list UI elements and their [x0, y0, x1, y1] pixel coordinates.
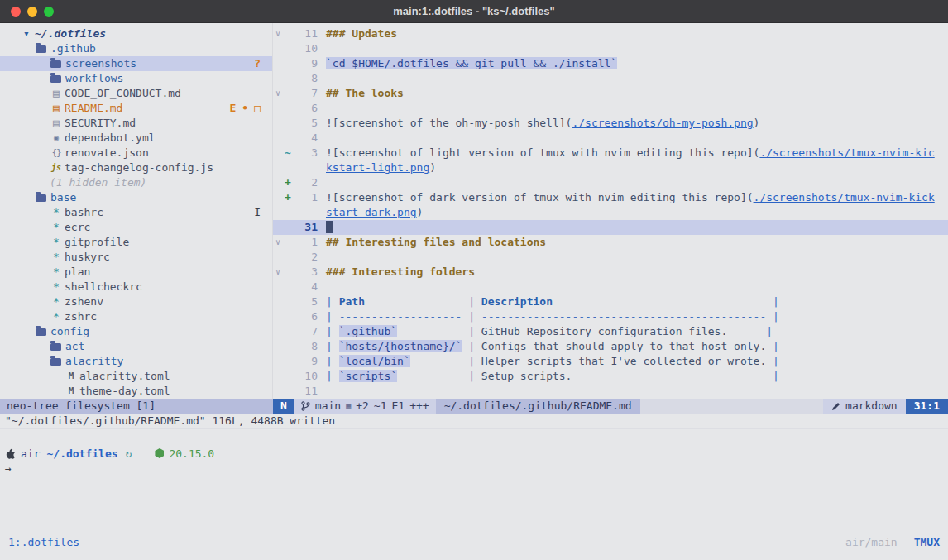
tree-item-dotfiles[interactable]: ▾~/.dotfiles [0, 26, 272, 41]
tree-item-workflows[interactable]: workflows [0, 71, 272, 86]
tree-item-zshrc[interactable]: *zshrc [0, 309, 272, 324]
tree-item-base[interactable]: base [0, 190, 272, 205]
text-segment: ) [417, 206, 424, 218]
tree-item-ecrc[interactable]: *ecrc [0, 220, 272, 235]
folder-icon [50, 60, 61, 68]
line-number: 9 [293, 56, 318, 71]
line-text: `cd $HOME/.dotfiles && git pull && ./ins… [318, 56, 948, 71]
tree-item-config[interactable]: config [0, 324, 272, 339]
line-text: | ------------------- | ----------------… [318, 309, 948, 324]
tree-item-tag-changelog-config-js[interactable]: jstag-changelog-config.js [0, 160, 272, 175]
editor-line[interactable]: start-dark.png) [273, 205, 948, 220]
text-segment: `local/bin` [339, 355, 410, 367]
tree-item-code-of-conduct-md[interactable]: ▤CODE_OF_CONDUCT.md [0, 86, 272, 101]
editor-line[interactable]: 31 [273, 220, 948, 235]
editor-line[interactable]: 11 [273, 384, 948, 399]
zoom-button[interactable] [44, 7, 54, 17]
line-number: 4 [293, 131, 318, 146]
editor-line[interactable]: 7| `.github` | GitHub Repository configu… [273, 324, 948, 339]
editor-line[interactable]: ∨7## The looks [273, 86, 948, 101]
tree-item-1-hidden-item[interactable]: (1 hidden item) [0, 175, 272, 190]
text-segment: `.github` [339, 325, 397, 337]
editor-line[interactable]: 9| `local/bin` | Helper scripts that I'v… [273, 354, 948, 369]
text-segment: | [326, 295, 339, 308]
tmux-window-item[interactable]: 1:.dotfiles [8, 536, 79, 548]
line-text: | `scripts` | Setup scripts. | [318, 369, 948, 384]
editor-line[interactable]: 8 [273, 71, 948, 86]
tree-item-github[interactable]: .github [0, 41, 272, 56]
shell-input[interactable]: → [5, 461, 948, 476]
text-segment: | ------------------- | ----------------… [326, 310, 779, 323]
close-button[interactable] [11, 7, 21, 17]
editor-line[interactable]: ∨1## Interesting files and locations [273, 235, 948, 250]
fold-marker [273, 324, 283, 339]
editor-line[interactable]: +2 [273, 175, 948, 190]
line-number: 11 [293, 384, 318, 399]
tree-item-readme-md[interactable]: ▤README.mdE•□ [0, 101, 272, 116]
editor-line[interactable]: ∨3### Interesting folders [273, 265, 948, 280]
buffer-flags: +++ [409, 399, 429, 414]
tree-item-label: bashrc [65, 205, 103, 220]
fold-marker [273, 250, 283, 265]
minimize-button[interactable] [27, 7, 37, 17]
line-text: | Path | Description | [318, 294, 948, 309]
diagnostic-error-badge: E [230, 101, 237, 116]
tree-item-label: renovate.json [65, 146, 149, 160]
text-segment: ### Updates [326, 27, 397, 40]
editor-line[interactable]: kstart-light.png) [273, 160, 948, 175]
text-segment: Description [481, 295, 553, 308]
editor-line[interactable]: ∨11### Updates [273, 26, 948, 41]
tree-item-label: act [65, 339, 84, 354]
fold-marker [273, 101, 283, 116]
tree-item-label: zshrc [65, 309, 97, 324]
git-sign [283, 235, 293, 250]
editor-line[interactable]: 5![screenshot of the oh-my-posh shell](.… [273, 116, 948, 131]
editor-line[interactable]: 10 [273, 41, 948, 56]
apple-icon [5, 448, 15, 459]
line-text: ## Interesting files and locations [318, 235, 948, 250]
tree-item-bashrc[interactable]: *bashrcI [0, 205, 272, 220]
tree-item-renovate-json[interactable]: {}renovate.json [0, 146, 272, 160]
markdown-link: ./screenshots/tmux-nvim-kic [759, 146, 934, 159]
editor-line[interactable]: ~3![screenshot of light version of tmux … [273, 146, 948, 160]
tree-item-plan[interactable]: *plan [0, 265, 272, 280]
editor-line[interactable]: +1![screenshot of dark version of tmux w… [273, 190, 948, 205]
mark-badge: I [254, 205, 261, 220]
editor-line[interactable]: 4 [273, 280, 948, 294]
mode-indicator: N [273, 399, 294, 414]
tree-item-label: dependabot.yml [65, 131, 156, 146]
tree-item-act[interactable]: act [0, 339, 272, 354]
tree-item-badges: I [254, 205, 261, 220]
editor-line[interactable]: 9`cd $HOME/.dotfiles && git pull && ./in… [273, 56, 948, 71]
git-sign [283, 160, 293, 175]
tree-item-gitprofile[interactable]: *gitprofile [0, 235, 272, 250]
editor-line[interactable]: 2 [273, 250, 948, 265]
text-segment: | [326, 340, 339, 352]
tree-item-theme-day-toml[interactable]: Mtheme-day.toml [0, 384, 272, 399]
text-segment: ) [754, 117, 760, 129]
traffic-lights [0, 7, 54, 17]
fold-marker [273, 190, 283, 205]
tree-item-alacritty[interactable]: alacritty [0, 354, 272, 369]
editor-line[interactable]: 4 [273, 131, 948, 146]
tree-item-zshenv[interactable]: *zshenv [0, 294, 272, 309]
star-icon: * [50, 309, 63, 324]
text-segment: `hosts/{hostname}/` [339, 340, 462, 352]
line-text [318, 280, 948, 294]
tree-item-security-md[interactable]: ▤SECURITY.md [0, 116, 272, 131]
tree-item-screenshots[interactable]: screenshots? [0, 56, 272, 71]
line-text: ![screenshot of light version of tmux wi… [318, 146, 948, 160]
editor-line[interactable]: 8| `hosts/{hostname}/` | Configs that sh… [273, 339, 948, 354]
tree-item-shellcheckrc[interactable]: *shellcheckrc [0, 280, 272, 294]
tree-item-huskyrc[interactable]: *huskyrc [0, 250, 272, 265]
line-text: ### Interesting folders [318, 265, 948, 280]
tree-item-alacritty-toml[interactable]: Malacritty.toml [0, 369, 272, 384]
editor-line[interactable]: 10| `scripts` | Setup scripts. | [273, 369, 948, 384]
editor-line[interactable]: 6| ------------------- | ---------------… [273, 309, 948, 324]
text-segment: | [397, 325, 481, 337]
text-segment: GitHub Repository configuration files. [481, 325, 727, 337]
tree-item-dependabot-yml[interactable]: ◉dependabot.yml [0, 131, 272, 146]
tree-item-badges: ? [254, 56, 261, 71]
editor-line[interactable]: 6 [273, 101, 948, 116]
editor-line[interactable]: 5| Path | Description | [273, 294, 948, 309]
